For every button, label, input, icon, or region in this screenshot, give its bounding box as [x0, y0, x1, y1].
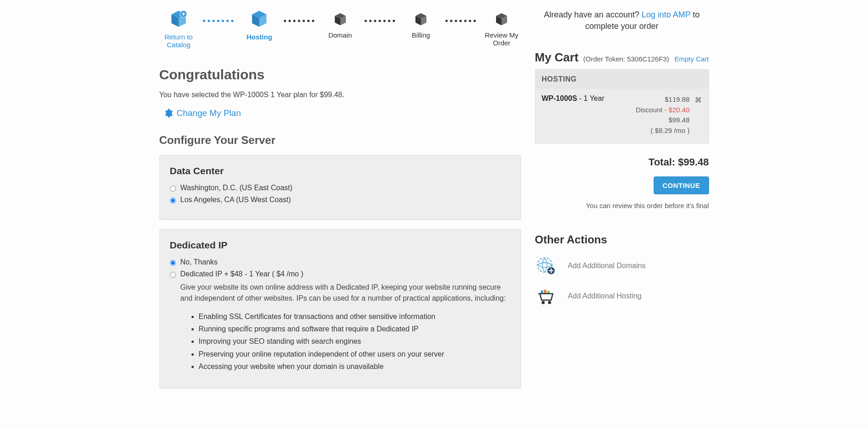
remove-item-icon[interactable]: ✖	[694, 94, 702, 136]
ip-bullet: Running specific programs and software t…	[199, 323, 511, 335]
account-prompt-prefix: Already have an account?	[544, 10, 642, 19]
stepper-dots: ●●●●●●●	[202, 17, 235, 24]
login-amp-link[interactable]: Log into AMP	[642, 10, 691, 19]
cube-icon	[494, 12, 509, 27]
add-hosting-label: Add Additional Hosting	[568, 292, 642, 300]
step-label: Return to Catalog	[159, 33, 198, 49]
step-label: Domain	[328, 31, 352, 39]
svg-point-22	[541, 301, 545, 304]
radio-input[interactable]	[170, 186, 176, 192]
cart-total-value: $99.48	[678, 156, 709, 168]
discount-label: Discount	[636, 106, 665, 114]
stepper-dots: ●●●●●●●	[445, 17, 478, 24]
step-label: Review My Order	[482, 31, 521, 47]
cube-back-icon	[169, 9, 188, 28]
step-review[interactable]: Review My Order	[482, 9, 521, 47]
radio-input[interactable]	[170, 272, 176, 278]
ip-bullet: Preserving your online reputation indepe…	[199, 348, 511, 360]
step-label: Hosting	[246, 33, 272, 41]
cart-box: HOSTING WP-1000S - 1 Year $119.88 Discou…	[535, 69, 709, 143]
review-note: You can review this order before it's fi…	[535, 201, 709, 210]
ip-bullet: Accessing your website when your domain …	[199, 360, 511, 373]
cart-item-subtotal: $99.48	[636, 115, 690, 126]
cart-header: My Cart (Order Token: 5306C126F3) Empty …	[535, 50, 709, 65]
cart-section-hosting: HOSTING	[535, 70, 709, 89]
step-billing[interactable]: Billing	[402, 9, 441, 39]
ip-option-no[interactable]: No, Thanks	[170, 258, 511, 266]
empty-cart-link[interactable]: Empty Cart	[674, 55, 709, 63]
gear-icon	[163, 108, 173, 118]
change-plan-label: Change My Plan	[177, 108, 241, 118]
cart-token: (Order Token: 5306C126F3)	[583, 55, 669, 63]
step-return-to-catalog[interactable]: Return to Catalog	[159, 9, 198, 49]
ip-option-label: Dedicated IP + $48 - 1 Year ( $4 /mo )	[180, 270, 511, 278]
dedicated-ip-heading: Dedicated IP	[170, 240, 511, 251]
other-actions-heading: Other Actions	[535, 233, 709, 246]
cart-total-label: Total:	[649, 156, 678, 168]
datacenter-option-label: Washington, D.C. (US East Coast)	[180, 184, 511, 192]
ip-option-label: No, Thanks	[180, 258, 511, 266]
datacenter-heading: Data Center	[170, 165, 511, 176]
cart-title: My Cart	[535, 50, 579, 64]
add-domains-action[interactable]: Add Additional Domains	[535, 255, 709, 276]
add-hosting-action[interactable]: Add Additional Hosting	[535, 286, 709, 307]
cart-item-discount: Discount - $20.40	[636, 105, 690, 116]
cart-item-prices: $119.88 Discount - $20.40 $99.48 ( $8.29…	[636, 94, 690, 136]
radio-input[interactable]	[170, 260, 176, 266]
add-domains-label: Add Additional Domains	[568, 262, 646, 270]
cart-item: WP-1000S - 1 Year $119.88 Discount - $20…	[535, 89, 709, 143]
globe-plus-icon	[535, 255, 556, 276]
shopping-cart-icon	[535, 286, 556, 307]
svg-point-23	[548, 301, 551, 304]
ip-bullet-list: Enabling SSL Certificates for transactio…	[199, 310, 511, 373]
cart-item-plan: WP-1000S	[542, 94, 577, 102]
ip-bullet: Enabling SSL Certificates for transactio…	[199, 310, 511, 323]
stepper-dots: ●●●●●●●	[364, 17, 397, 24]
step-label: Billing	[412, 31, 430, 39]
step-hosting: Hosting	[240, 9, 279, 41]
discount-amount: - $20.40	[664, 106, 689, 114]
cart-total: Total: $99.48	[535, 156, 709, 168]
ip-option-paid[interactable]: Dedicated IP + $48 - 1 Year ( $4 /mo ) G…	[170, 270, 511, 373]
cart-item-term: - 1 Year	[577, 94, 605, 102]
selected-plan-text: You have selected the WP-1000S 1 Year pl…	[159, 91, 521, 99]
account-prompt: Already have an account? Log into AMP to…	[535, 9, 709, 32]
continue-button[interactable]: CONTINUE	[654, 176, 709, 194]
congrats-heading: Congratulations	[159, 67, 521, 82]
dedicated-ip-box: Dedicated IP No, Thanks Dedicated IP + $…	[159, 229, 521, 389]
datacenter-option-west[interactable]: Los Angeles, CA (US West Coast)	[170, 196, 511, 204]
ip-description: Give your website its own online address…	[180, 282, 511, 304]
cart-item-list-price: $119.88	[636, 94, 690, 105]
datacenter-option-east[interactable]: Washington, D.C. (US East Coast)	[170, 184, 511, 192]
configure-heading: Configure Your Server	[159, 134, 521, 147]
ip-bullet: Improving your SEO standing with search …	[199, 335, 511, 347]
other-actions: Other Actions Add Additional Domains	[535, 233, 709, 307]
change-plan-link[interactable]: Change My Plan	[163, 108, 241, 118]
radio-input[interactable]	[170, 198, 176, 204]
cart-item-monthly: ( $8.29 /mo )	[636, 126, 690, 136]
datacenter-box: Data Center Washington, D.C. (US East Co…	[159, 155, 521, 220]
cube-icon	[250, 9, 269, 28]
step-domain[interactable]: Domain	[321, 9, 360, 39]
checkout-stepper: Return to Catalog ●●●●●●● Hosting ●●●●●●…	[159, 9, 521, 49]
cube-icon	[414, 12, 428, 27]
stepper-dots: ●●●●●●●	[283, 17, 316, 24]
cube-icon	[333, 12, 348, 27]
datacenter-option-label: Los Angeles, CA (US West Coast)	[180, 196, 511, 204]
cart-item-name: WP-1000S - 1 Year	[542, 94, 631, 136]
